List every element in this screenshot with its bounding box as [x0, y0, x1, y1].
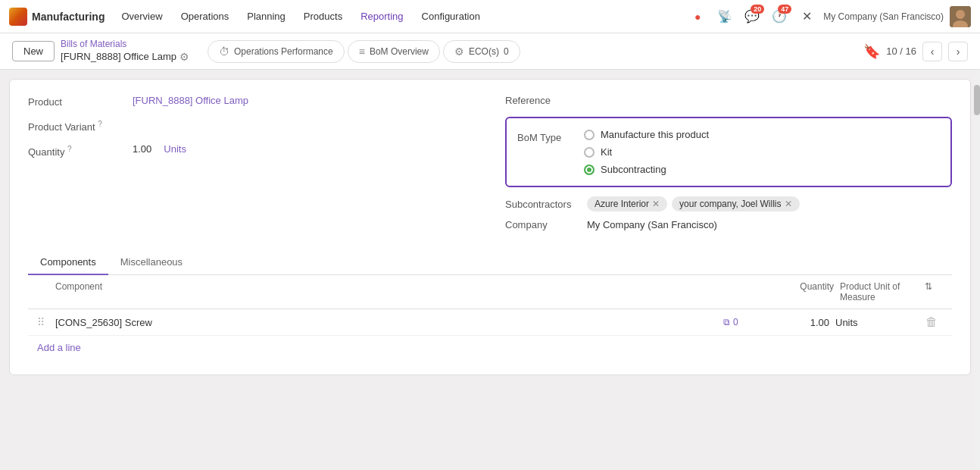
- ecos-tab[interactable]: ⚙ ECO(s) 0: [443, 40, 520, 63]
- radio-manufacture[interactable]: Manufacture this product: [584, 129, 709, 140]
- subcontractor-tag-0-remove[interactable]: ✕: [652, 199, 660, 209]
- nav-reporting[interactable]: Reporting: [353, 8, 410, 25]
- main-content: Product [FURN_8888] Office Lamp Product …: [0, 70, 980, 470]
- circle-icon[interactable]: ●: [687, 6, 708, 27]
- row-uom[interactable]: Units: [829, 317, 920, 328]
- breadcrumb-parent[interactable]: Bills of Materials: [61, 39, 189, 51]
- breadcrumb-current-label: [FURN_8888] Office Lamp: [61, 51, 176, 64]
- nav-right-section: ● 📡 💬 20 🕐 47 ✕ My Company (San Francisc…: [687, 6, 971, 27]
- nav-configuration[interactable]: Configuration: [414, 8, 488, 25]
- app-name: Manufacturing: [32, 11, 105, 23]
- product-variant-label: Product Variant ?: [28, 118, 126, 133]
- subcontractors-tags: Azure Interior ✕ your company, Joel Will…: [587, 196, 800, 212]
- settings-icon[interactable]: 📡: [714, 6, 735, 27]
- prev-page-button[interactable]: ‹: [922, 42, 942, 61]
- quantity-row: Quantity ? 1.00 Units: [28, 143, 475, 158]
- radio-manufacture-label: Manufacture this product: [601, 129, 709, 140]
- radio-subcontracting[interactable]: Subcontracting: [584, 164, 709, 175]
- bookmark-icon[interactable]: 🔖: [863, 43, 880, 60]
- nav-overview[interactable]: Overview: [114, 8, 170, 25]
- components-table: Component Quantity Product Unit of Measu…: [28, 275, 952, 359]
- bom-type-label: BoM Type: [517, 129, 578, 143]
- radio-subcontracting-circle: [584, 164, 595, 175]
- scrollbar-thumb: [974, 85, 980, 115]
- subcontractor-tag-1: your company, Joel Willis ✕: [672, 196, 799, 212]
- activity-icon[interactable]: 🕐 47: [769, 6, 790, 27]
- svg-point-1: [956, 10, 965, 19]
- nav-operations[interactable]: Operations: [173, 8, 237, 25]
- tab-components[interactable]: Components: [28, 250, 108, 275]
- product-value[interactable]: [FURN_8888] Office Lamp: [133, 95, 248, 106]
- quantity-value[interactable]: 1.00: [133, 143, 151, 155]
- component-name[interactable]: [CONS_25630] Screw: [55, 317, 723, 328]
- pagination: 🔖 10 / 16 ‹ ›: [863, 42, 968, 61]
- bom-type-options: Manufacture this product Kit Subcontract…: [584, 129, 709, 175]
- bom-type-row: BoM Type Manufacture this product Kit: [517, 129, 940, 175]
- product-field-row: Product [FURN_8888] Office Lamp: [28, 95, 475, 108]
- table-row: ⠿ [CONS_25630] Screw ⧉ 0 1.00 Units 🗑: [28, 309, 952, 336]
- reference-label: Reference: [505, 95, 566, 106]
- chat-badge: 20: [751, 5, 764, 14]
- company-value: My Company (San Francisco): [587, 219, 717, 230]
- copy-col-header: [728, 281, 773, 302]
- delete-row-button[interactable]: 🗑: [920, 315, 943, 329]
- activity-badge: 47: [778, 5, 791, 14]
- radio-manufacture-circle: [584, 130, 595, 140]
- table-header: Component Quantity Product Unit of Measu…: [28, 275, 952, 309]
- drag-handle[interactable]: ⠿: [37, 316, 55, 328]
- ops-performance-tab[interactable]: ⏱ Operations Performance: [208, 40, 345, 63]
- ecos-count: 0: [504, 46, 509, 57]
- form-tabs: Components Miscellaneous: [28, 250, 952, 275]
- top-navigation: Manufacturing Overview Operations Planni…: [0, 0, 980, 33]
- copy-button[interactable]: ⧉ 0: [723, 317, 769, 327]
- ops-performance-label: Operations Performance: [234, 46, 333, 57]
- add-line-button[interactable]: Add a line: [28, 336, 952, 359]
- form-columns: Product [FURN_8888] Office Lamp Product …: [28, 95, 952, 238]
- breadcrumb: Bills of Materials [FURN_8888] Office La…: [61, 39, 189, 64]
- logo-icon: [9, 8, 27, 26]
- bom-overview-tab[interactable]: ≡ BoM Overview: [348, 40, 440, 63]
- subcontractors-label: Subcontractors: [505, 199, 581, 210]
- nav-planning[interactable]: Planning: [239, 8, 293, 25]
- bom-overview-label: BoM Overview: [370, 46, 429, 57]
- tab-miscellaneous[interactable]: Miscellaneous: [108, 250, 195, 275]
- subcontractor-tag-0-name: Azure Interior: [595, 199, 649, 209]
- chat-icon[interactable]: 💬 20: [741, 6, 763, 27]
- company-label: Company: [505, 219, 581, 230]
- subcontractor-tag-1-name: your company, Joel Willis: [679, 199, 781, 209]
- sub-navigation: New Bills of Materials [FURN_8888] Offic…: [0, 33, 980, 70]
- form-left: Product [FURN_8888] Office Lamp Product …: [28, 95, 475, 238]
- quantity-unit[interactable]: Units: [164, 143, 186, 155]
- copy-count: 0: [733, 317, 738, 327]
- app-logo[interactable]: Manufacturing: [9, 8, 105, 26]
- subcontractor-tag-0: Azure Interior ✕: [587, 196, 667, 212]
- radio-kit-circle: [584, 147, 595, 158]
- new-button[interactable]: New: [12, 41, 55, 61]
- reference-row: Reference: [505, 95, 952, 106]
- row-quantity[interactable]: 1.00: [769, 317, 829, 328]
- action-tabs: ⏱ Operations Performance ≡ BoM Overview …: [208, 40, 520, 63]
- form-card: Product [FURN_8888] Office Lamp Product …: [9, 79, 971, 375]
- eco-gear-icon: ⚙: [454, 45, 464, 58]
- wrench-icon[interactable]: ✕: [796, 6, 817, 27]
- product-label: Product: [28, 95, 126, 108]
- company-row: Company My Company (San Francisco): [505, 219, 952, 230]
- clock-icon: ⏱: [219, 45, 229, 58]
- next-page-button[interactable]: ›: [948, 42, 968, 61]
- company-name[interactable]: My Company (San Francisco): [823, 11, 944, 22]
- filter-icon[interactable]: ⇅: [925, 281, 943, 302]
- user-avatar[interactable]: [950, 6, 971, 27]
- ecos-label: ECO(s): [469, 46, 499, 57]
- product-variant-row: Product Variant ?: [28, 118, 475, 133]
- subcontractor-tag-1-remove[interactable]: ✕: [785, 199, 792, 209]
- settings-gear-icon[interactable]: ⚙: [179, 50, 189, 64]
- scrollbar[interactable]: [974, 70, 980, 470]
- quantity-label: Quantity ?: [28, 143, 126, 158]
- copy-icon: ⧉: [723, 317, 730, 327]
- radio-subcontracting-label: Subcontracting: [601, 164, 666, 175]
- nav-products[interactable]: Products: [296, 8, 350, 25]
- qty-col-header: Quantity: [773, 281, 834, 302]
- radio-kit[interactable]: Kit: [584, 146, 709, 158]
- bom-type-box: BoM Type Manufacture this product Kit: [505, 117, 952, 187]
- page-number: 10 / 16: [886, 45, 916, 57]
